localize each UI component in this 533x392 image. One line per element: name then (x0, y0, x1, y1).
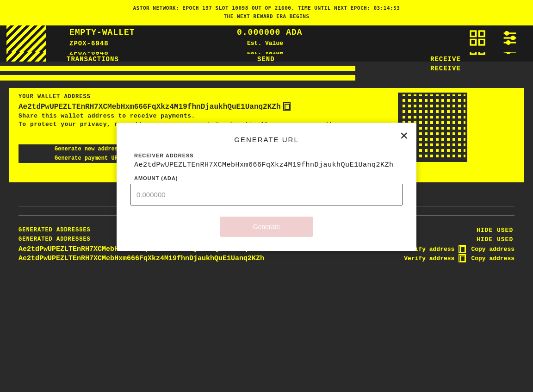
receiver-label: RECEIVER ADDRESS (134, 153, 399, 158)
amount-input[interactable] (130, 184, 403, 205)
generate-url-modal: × GENERATE URL RECEIVER ADDRESS Ae2tdPwU… (117, 123, 416, 251)
modal-title: GENERATE URL (130, 136, 403, 143)
modal-overlay: × GENERATE URL RECEIVER ADDRESS Ae2tdPwU… (0, 0, 533, 392)
receiver-address: Ae2tdPwUPEZLTEnRH7XCMebHxm666FqXkz4M19fh… (134, 161, 399, 169)
close-icon[interactable]: × (400, 131, 408, 140)
amount-label: AMOUNT (ADA) (134, 175, 399, 181)
generate-button[interactable]: Generate (220, 217, 313, 237)
